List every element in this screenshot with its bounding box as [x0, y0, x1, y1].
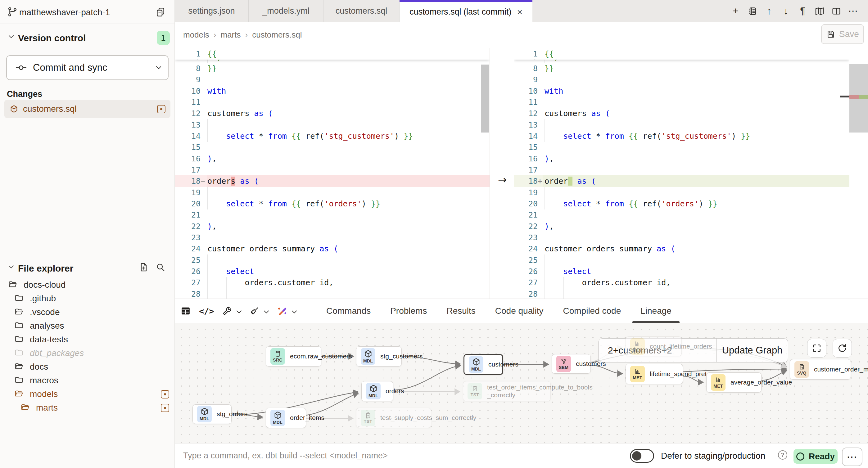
bottom-tab-code-quality[interactable]: Code quality — [495, 299, 544, 323]
tab--models-yml[interactable]: _models.yml — [249, 0, 323, 22]
code-line-25[interactable]: 25 — [175, 254, 490, 266]
notebook-icon[interactable] — [747, 6, 757, 16]
breadcrumb-part[interactable]: customers.sql — [252, 30, 302, 40]
fullscreen-button[interactable] — [807, 339, 827, 357]
lineage-node-clo[interactable]: METcount_lifetime_orders — [625, 336, 682, 356]
code-line-20[interactable]: 20 select * from {{ ref('orders') }} — [175, 198, 490, 210]
arrow-down-icon[interactable]: ↓ — [781, 6, 791, 16]
code-line-8[interactable]: 8}} — [175, 63, 490, 74]
bottom-tab-results[interactable]: Results — [446, 299, 475, 323]
code-line-13[interactable]: 13 — [514, 119, 849, 131]
command-input[interactable]: Type a command, ex. dbt build --select <… — [183, 451, 388, 461]
tree-item-data-tests[interactable]: data-tests — [0, 333, 175, 346]
tree-item-marts[interactable]: marts — [0, 401, 175, 415]
tree-item-docs-cloud[interactable]: docs-cloud — [0, 278, 175, 292]
code-line-15[interactable]: 15 — [514, 142, 849, 153]
branch-name[interactable]: matthewshaver-patch-1 — [19, 7, 110, 18]
code-line-11[interactable]: 11 — [175, 96, 490, 108]
code-line-27[interactable]: 27 orders.customer_id, — [514, 277, 849, 288]
chevron-down-icon[interactable] — [235, 308, 242, 314]
code-line-10[interactable]: 10with — [175, 85, 490, 97]
copy-icon[interactable] — [155, 6, 166, 18]
code-line-9[interactable]: 9 — [175, 74, 490, 85]
lineage-node-stgo[interactable]: MDLstg_orders — [192, 404, 231, 424]
help-icon[interactable]: ? — [778, 450, 787, 460]
code-line-23[interactable]: 23 — [175, 232, 490, 243]
breadcrumb-part[interactable]: models — [183, 30, 209, 40]
code-line-26[interactable]: 26 select — [175, 266, 490, 277]
code-line-17[interactable]: 17 — [175, 164, 490, 176]
update-graph-button[interactable]: Update Graph — [716, 339, 788, 362]
format-broom-icon[interactable] — [250, 306, 269, 316]
chevron-down-icon[interactable] — [262, 308, 269, 314]
code-line-24[interactable]: 24customer_orders_summary as ( — [514, 243, 849, 254]
diff-pane-original[interactable]: 7 )8}}910with1112customers as (1314 sele… — [175, 48, 490, 299]
code-icon[interactable]: </> — [199, 306, 214, 316]
bottom-tab-lineage[interactable]: Lineage — [641, 299, 672, 323]
code-line-17[interactable]: 17 — [514, 164, 849, 176]
chevron-down-icon[interactable] — [290, 308, 297, 314]
lineage-node-torder[interactable]: TSTtest_order_items_compute_to_bools _co… — [463, 381, 551, 401]
lineage-node-aov[interactable]: METaverage_order_value — [706, 372, 762, 393]
code-line-26[interactable]: 26 select — [514, 266, 849, 277]
code-line-25[interactable]: 25 — [514, 254, 849, 266]
code-line-21[interactable]: 21 — [514, 209, 849, 221]
tree-item--vscode[interactable]: .vscode — [0, 305, 175, 319]
code-line-9[interactable]: 9 — [514, 74, 849, 85]
code-line-14[interactable]: 14 select * from {{ ref('stg_customers')… — [514, 130, 849, 142]
save-button[interactable]: Save — [821, 24, 864, 44]
diff-overview-ruler[interactable] — [849, 48, 868, 299]
tree-item-analyses[interactable]: analyses — [0, 319, 175, 333]
tab-settings-json[interactable]: settings.json — [175, 0, 249, 22]
code-line-18[interactable]: 18+order as ( — [514, 175, 849, 187]
tree-item-dbt-packages[interactable]: dbt_packages — [0, 346, 175, 360]
lineage-node-orders[interactable]: MDLorders — [361, 381, 393, 401]
split-icon[interactable] — [831, 6, 841, 16]
code-line-16[interactable]: 16), — [175, 153, 490, 164]
code-line-23[interactable]: 23 — [514, 232, 849, 243]
code-line-28[interactable]: 28 — [175, 288, 490, 299]
more-icon[interactable]: ⋯ — [848, 6, 858, 16]
code-line-18[interactable]: 18−orders as ( — [175, 175, 490, 187]
build-wrench-icon[interactable] — [222, 306, 242, 316]
bottom-tab-commands[interactable]: Commands — [326, 299, 371, 323]
lineage-node-stgc[interactable]: MDLstg_customers — [356, 346, 402, 367]
tree-item-docs[interactable]: docs — [0, 360, 175, 374]
close-icon[interactable]: × — [517, 7, 523, 18]
code-line-22[interactable]: 22), — [175, 221, 490, 232]
map-icon[interactable] — [814, 6, 825, 16]
lineage-node-lspt[interactable]: METlifetime_spend_pretax — [625, 364, 683, 384]
code-line-15[interactable]: 15 — [175, 142, 490, 153]
code-line-13[interactable]: 13 — [175, 119, 490, 131]
code-line-10[interactable]: 10with — [514, 85, 849, 97]
code-line-16[interactable]: 16), — [514, 153, 849, 164]
code-line-20[interactable]: 20 select * from {{ ref('orders') }} — [514, 198, 849, 210]
version-control-collapse-icon[interactable] — [7, 32, 16, 41]
lineage-node-com[interactable]: SVQcustomer_order_metrics — [790, 359, 851, 379]
code-line-21[interactable]: 21 — [175, 209, 490, 221]
refresh-graph-button[interactable] — [833, 339, 852, 357]
code-line-19[interactable]: 19 — [514, 187, 849, 198]
lineage-node-oitems[interactable]: MDLorder_items — [266, 408, 306, 428]
commit-options-dropdown[interactable] — [149, 56, 168, 80]
tab-customers-sql-last-commit-[interactable]: customers.sql (last commit)× — [400, 0, 532, 22]
code-line-12[interactable]: 12customers as ( — [514, 108, 849, 119]
code-line-28[interactable]: 28 — [514, 288, 849, 299]
code-line-12[interactable]: 12customers as ( — [175, 108, 490, 119]
code-line-14[interactable]: 14 select * from {{ ref('stg_customers')… — [175, 130, 490, 142]
lineage-node-csem[interactable]: SEMcustomers — [552, 354, 591, 374]
bottom-tab-compiled-code[interactable]: Compiled code — [563, 299, 621, 323]
lineage-graph[interactable]: 2+customers+2 Update Graph SRCecom.raw_c… — [175, 323, 868, 443]
breadcrumb-part[interactable]: marts — [221, 30, 241, 40]
lineage-node-raw[interactable]: SRCecom.raw_customers — [266, 346, 321, 367]
commit-and-sync-button[interactable]: Commit and sync — [6, 55, 168, 80]
commit-and-sync-main[interactable]: Commit and sync — [7, 56, 149, 80]
defer-toggle[interactable] — [630, 449, 654, 463]
code-line-19[interactable]: 19 — [175, 187, 490, 198]
file-explorer-collapse-icon[interactable] — [7, 262, 16, 272]
preview-table-icon[interactable] — [180, 306, 191, 316]
bottom-tab-problems[interactable]: Problems — [390, 299, 427, 323]
diff-pane-modified[interactable]: 7 )8}}910with1112customers as (1314 sele… — [514, 48, 849, 299]
changed-file-row[interactable]: customers.sql — [4, 100, 170, 118]
plus-icon[interactable]: + — [731, 6, 741, 16]
